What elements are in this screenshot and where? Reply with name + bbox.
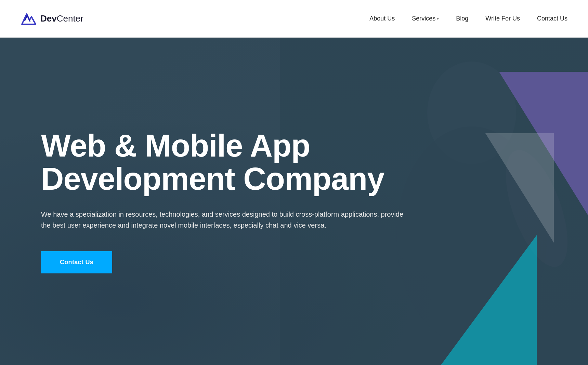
- nav-write-for-us[interactable]: Write For Us: [485, 15, 520, 22]
- nav-blog[interactable]: Blog: [456, 15, 468, 22]
- triangle-cyan-decoration: [441, 235, 537, 365]
- hero-content: Web & Mobile App Development Company We …: [0, 129, 410, 273]
- triangle-white-decoration: [485, 133, 554, 243]
- logo[interactable]: DevCenter: [21, 11, 83, 27]
- logo-text: DevCenter: [40, 13, 83, 24]
- site-header: DevCenter About Us Services ▾ Blog Write…: [0, 0, 588, 38]
- nav-contact-us[interactable]: Contact Us: [537, 15, 567, 22]
- services-dropdown-arrow: ▾: [437, 16, 439, 21]
- hero-contact-button[interactable]: Contact Us: [41, 251, 112, 273]
- nav-about-us[interactable]: About Us: [369, 15, 395, 22]
- hero-section: Web & Mobile App Development Company We …: [0, 38, 588, 365]
- hero-description: We have a specialization in resources, t…: [41, 209, 410, 231]
- nav-services[interactable]: Services ▾: [412, 15, 439, 22]
- main-nav: About Us Services ▾ Blog Write For Us Co…: [369, 15, 567, 22]
- brand-logo-icon: [21, 11, 37, 27]
- hero-title: Web & Mobile App Development Company: [41, 129, 410, 195]
